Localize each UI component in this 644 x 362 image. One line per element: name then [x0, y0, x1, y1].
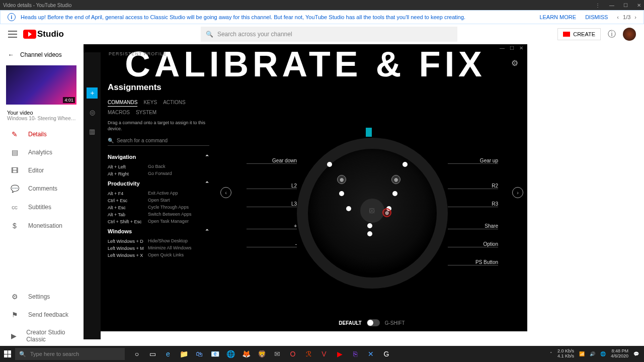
assign-target-selected[interactable]: ⊕ — [382, 208, 391, 217]
command-row[interactable]: Left Windows + MMinimize All Windows — [108, 245, 209, 252]
ghub-window: — ☐ ✕ CALIBRATE & FIX PERSISTENT PROFILE… — [84, 44, 527, 331]
xd-icon[interactable]: ✕ — [364, 347, 378, 361]
windows-icon — [4, 350, 11, 357]
avatar[interactable] — [623, 28, 636, 41]
tab-commands[interactable]: COMMANDS — [108, 100, 137, 107]
studio-logo[interactable]: Studio — [23, 29, 64, 39]
tab-keys[interactable]: KEYS — [143, 100, 157, 107]
taskbar-search-input[interactable]: 🔍Type here to search — [15, 348, 125, 360]
command-search-input[interactable]: 🔍 Search for a command — [108, 136, 209, 146]
search-icon: 🔍 — [108, 138, 114, 143]
sidebar-item-details[interactable]: ✎Details — [0, 125, 84, 143]
label-ps: PS Button — [448, 259, 498, 265]
settings-dots-icon[interactable]: ⋮ — [595, 3, 600, 8]
tab-system[interactable]: SYSTEM — [136, 110, 156, 115]
label-gear-up: Gear up — [448, 158, 498, 164]
edge-icon[interactable]: e — [161, 347, 175, 361]
tab-macros[interactable]: MACROS — [108, 110, 130, 115]
sidebar-item-subtitles[interactable]: ㏄Subtitles — [0, 198, 84, 217]
command-row[interactable]: Alt + RightGo Forward — [108, 170, 209, 177]
label-minus: - — [247, 241, 297, 247]
ghub-icon[interactable]: G — [379, 347, 393, 361]
mail-icon[interactable]: 📧 — [208, 347, 222, 361]
sidebar-item-monetisation[interactable]: $Monetisation — [0, 217, 84, 235]
opera-icon[interactable]: O — [286, 347, 300, 361]
command-row[interactable]: Alt + TabSwitch Between Apps — [108, 211, 209, 218]
section-navigation[interactable]: Navigation⌃ — [108, 151, 209, 163]
label-plus: + — [247, 223, 297, 229]
button-dot[interactable] — [367, 231, 372, 236]
button-dot[interactable] — [339, 191, 344, 196]
toggle-default-label: DEFAULT — [339, 320, 361, 326]
youtube-icon[interactable]: ▶ — [333, 347, 347, 361]
video-title: Your video — [7, 110, 76, 116]
command-row[interactable]: Left Windows + DHide/Show Desktop — [108, 238, 209, 245]
firefox-icon[interactable]: 🦊 — [239, 347, 253, 361]
app-header: Studio 🔍 Search across your channel CREA… — [0, 24, 644, 44]
next-device-button[interactable]: › — [512, 187, 523, 198]
notifications-icon[interactable]: 💬 — [633, 351, 639, 356]
volume-icon[interactable]: 🔊 — [590, 351, 595, 356]
toggle-switch[interactable] — [367, 319, 380, 326]
assign-target[interactable]: ⊕ — [391, 175, 400, 184]
command-row[interactable]: Alt + F4Exit Active App — [108, 190, 209, 197]
close-button[interactable]: ✕ — [637, 3, 641, 8]
twitch-icon[interactable]: ⎘ — [348, 347, 362, 361]
assign-target[interactable]: ⊕ — [337, 175, 346, 184]
tray-expand-icon[interactable]: ˄ — [550, 351, 552, 356]
banner-next-icon[interactable]: › — [634, 14, 636, 20]
dismiss-button[interactable]: DISMISS — [585, 14, 608, 20]
menu-icon[interactable] — [8, 31, 17, 38]
chrome-icon[interactable]: 🌐 — [223, 347, 237, 361]
section-windows[interactable]: Windows⌃ — [108, 225, 209, 238]
button-dot[interactable] — [327, 162, 332, 167]
brave-icon[interactable]: 🦁 — [255, 347, 269, 361]
app-icon[interactable]: ✉ — [270, 347, 284, 361]
taskbar: 🔍Type here to search ○ ▭ e 📁 🛍 📧 🌐 🦊 🦁 ✉… — [0, 346, 644, 362]
editor-icon: 🎞 — [10, 166, 19, 174]
command-row[interactable]: Alt + EscCycle Through Apps — [108, 204, 209, 211]
sidebar-item-comments[interactable]: 💬Comments — [0, 179, 84, 198]
sidebar-item-classic[interactable]: ▶Creator Studio Classic — [0, 324, 84, 348]
button-dot[interactable] — [367, 223, 372, 228]
language-icon[interactable]: 🌐 — [600, 351, 606, 356]
prev-device-button[interactable]: ‹ — [220, 187, 231, 198]
create-button[interactable]: CREATE — [557, 28, 601, 40]
clock[interactable]: 8:48 PM 4/6/2020 — [611, 349, 628, 359]
help-icon[interactable]: ⓘ — [608, 29, 616, 40]
command-row[interactable]: Ctrl + EscOpen Start — [108, 197, 209, 204]
wifi-icon[interactable]: 📶 — [579, 351, 585, 356]
tool-wheel-icon[interactable]: ◎ — [87, 107, 98, 118]
banner-prev-icon[interactable]: ‹ — [617, 14, 619, 20]
command-row[interactable]: Ctrl + Shift + EscOpen Task Manager — [108, 218, 209, 225]
explorer-icon[interactable]: 📁 — [177, 347, 191, 361]
sidebar-item-editor[interactable]: 🎞Editor — [0, 161, 84, 179]
button-dot[interactable] — [392, 191, 397, 196]
start-button[interactable] — [0, 350, 15, 357]
back-button[interactable]: ← Channel videos — [0, 48, 84, 61]
vivaldi-icon[interactable]: V — [317, 347, 331, 361]
sidebar-item-feedback[interactable]: ⚑Send feedback — [0, 306, 84, 324]
sidebar-item-settings[interactable]: ⚙Settings — [0, 288, 84, 306]
tab-actions[interactable]: ACTIONS — [163, 100, 185, 107]
chevron-up-icon: ⌃ — [205, 228, 209, 235]
learn-more-link[interactable]: LEARN MORE — [539, 14, 576, 20]
video-thumbnail[interactable]: 4:01 — [6, 65, 76, 105]
reddit-icon[interactable]: ℛ — [301, 347, 315, 361]
search-input[interactable]: 🔍 Search across your channel — [201, 27, 457, 42]
minimize-button[interactable]: — — [609, 3, 614, 8]
task-view-icon[interactable]: ▭ — [145, 347, 159, 361]
maximize-button[interactable]: ☐ — [623, 3, 628, 8]
cortana-icon[interactable]: ○ — [130, 347, 144, 361]
button-dot[interactable] — [346, 206, 351, 211]
sidebar-item-analytics[interactable]: ▤Analytics — [0, 143, 84, 161]
button-dot[interactable] — [403, 162, 408, 167]
store-icon[interactable]: 🛍 — [192, 347, 206, 361]
section-productivity[interactable]: Productivity⌃ — [108, 177, 209, 190]
command-row[interactable]: Alt + LeftGo Back — [108, 163, 209, 170]
tool-assignments-icon[interactable]: ＋ — [87, 87, 98, 99]
tool-display-icon[interactable]: ▥ — [87, 126, 98, 137]
label-gear-down: Gear down — [247, 158, 297, 164]
center-marker — [366, 128, 372, 137]
command-row[interactable]: Left Windows + XOpen Quick Links — [108, 252, 209, 259]
